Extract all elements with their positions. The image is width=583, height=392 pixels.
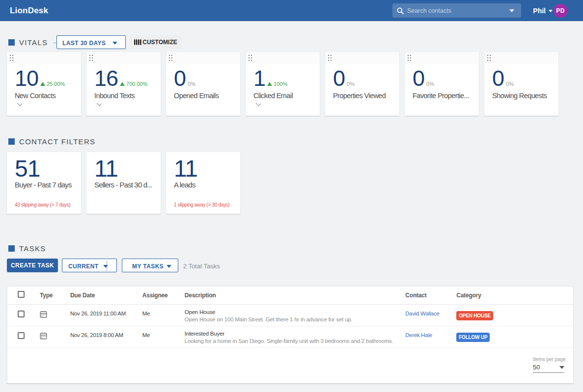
vital-value: 0: [333, 67, 345, 89]
filter-label: Buyer - Past 7 days: [15, 181, 81, 189]
vital-label: Properties Viewed: [333, 92, 399, 100]
card-header-strip: [7, 52, 81, 64]
user-menu-caret-icon: [549, 10, 553, 12]
task-owner-dropdown[interactable]: MY TASKS: [122, 259, 178, 272]
vital-label: Opened Emails: [174, 92, 240, 100]
column-header-type[interactable]: Type: [40, 287, 70, 299]
vitals-title: VITALS: [19, 38, 48, 47]
trend-up-icon: [267, 82, 272, 86]
vital-value: 16: [94, 67, 118, 89]
tasks-section-header: TASKS: [8, 244, 46, 253]
task-status-dropdown[interactable]: CURRENT: [62, 259, 117, 272]
contact-filter-card-0[interactable]: 51Buyer - Past 7 days43 slipping away (>…: [7, 152, 81, 214]
calendar-icon: [40, 335, 47, 340]
user-name: Phil: [533, 7, 546, 15]
column-header-category[interactable]: Category: [456, 287, 573, 299]
contact-filters-section-header: CONTACT FILTERS: [8, 137, 95, 146]
chevron-down-icon: [112, 42, 117, 45]
chevron-down-icon[interactable]: [97, 101, 102, 106]
date-range-dropdown[interactable]: LAST 30 DAYS: [56, 35, 126, 49]
card-header-strip: [405, 52, 479, 64]
items-per-page-value: 50: [533, 364, 540, 371]
avatar[interactable]: PD: [554, 4, 567, 18]
create-task-button[interactable]: CREATE TASK: [7, 259, 58, 272]
search-placeholder: Search contacts: [407, 7, 509, 14]
contact-link[interactable]: Derek Hale: [405, 332, 432, 338]
vital-delta: 25.00%: [47, 81, 65, 87]
task-row-1: Nov 26, 2019 8:00 AMMeInterested BuyerLo…: [7, 326, 573, 348]
contact-filter-card-1[interactable]: 11Sellers - Past 30 d...: [86, 152, 161, 214]
task-owner-label: MY TASKS: [132, 263, 164, 270]
task-status-label: CURRENT: [68, 263, 98, 270]
vital-value: 0: [174, 67, 186, 89]
drag-handle-icon[interactable]: [249, 55, 252, 61]
select-all-checkbox[interactable]: [18, 291, 25, 298]
liondesk-logo[interactable]: LionDesk: [10, 6, 48, 16]
search-dropdown-caret-icon[interactable]: [509, 9, 514, 12]
task-due-date: Nov 26, 2019 11:00 AM: [70, 305, 142, 316]
customize-label: CUSTOMIZE: [142, 39, 177, 46]
category-badge[interactable]: FOLLOW UP: [456, 333, 490, 342]
search-icon: [397, 7, 404, 14]
tasks-title: TASKS: [19, 244, 46, 253]
filter-count: 11: [174, 157, 197, 181]
vital-card-5: 00%Favorite Propertie...: [405, 52, 479, 116]
card-header-strip: [246, 52, 320, 64]
row-checkbox[interactable]: [18, 311, 25, 317]
column-header-description[interactable]: Description: [185, 287, 406, 299]
trend-up-icon: [120, 82, 125, 86]
vitals-card-row: 1025.00%New Contacts16700.00%Inbound Tex…: [7, 52, 564, 116]
section-square-icon: [8, 39, 15, 46]
user-menu[interactable]: Phil: [533, 0, 553, 21]
filter-count: 51: [15, 157, 40, 181]
column-header-contact[interactable]: Contact: [405, 287, 456, 299]
tasks-table: Type Due Date Assignee Description Conta…: [7, 286, 574, 384]
vital-card-3: 1100%Clicked Email: [246, 52, 320, 116]
chevron-down-icon: [559, 366, 564, 369]
category-badge[interactable]: OPEN HOUSE: [456, 311, 493, 320]
drag-handle-icon[interactable]: [89, 55, 93, 61]
items-per-page-label: Items per page: [533, 357, 564, 362]
vital-label: Favorite Propertie...: [413, 92, 479, 100]
task-title: Open House: [185, 309, 406, 315]
items-per-page-select[interactable]: 50: [533, 364, 564, 373]
vital-card-1: 16700.00%Inbound Texts: [86, 52, 161, 116]
column-header-due-date[interactable]: Due Date: [70, 287, 142, 299]
contact-link[interactable]: David Wallace: [405, 311, 439, 316]
chevron-down-icon: [103, 265, 108, 268]
card-header-strip: [325, 52, 399, 64]
chevron-down-icon: [167, 265, 171, 268]
table-header-row: Type Due Date Assignee Description Conta…: [7, 287, 573, 305]
drag-handle-icon[interactable]: [10, 55, 13, 61]
slipping-away-warning: 43 slipping away (> 7 days): [15, 202, 70, 208]
chevron-down-icon[interactable]: [256, 101, 261, 106]
column-header-assignee[interactable]: Assignee: [142, 287, 185, 299]
vital-delta: 0%: [426, 81, 434, 87]
vital-delta: 700.00%: [126, 81, 147, 87]
vitals-section-header: VITALS – LAST 30 DAYS CUSTOMIZE: [8, 35, 205, 49]
drag-handle-icon[interactable]: [169, 55, 172, 61]
contact-filters-card-row: 51Buyer - Past 7 days43 slipping away (>…: [7, 152, 246, 214]
filter-label: Sellers - Past 30 d...: [94, 181, 161, 189]
customize-button[interactable]: CUSTOMIZE: [130, 35, 182, 49]
chevron-down-icon[interactable]: [17, 101, 22, 106]
drag-handle-icon[interactable]: [408, 55, 411, 61]
contact-filters-title: CONTACT FILTERS: [19, 137, 95, 146]
trend-up-icon: [40, 82, 45, 86]
drag-handle-icon[interactable]: [487, 55, 491, 61]
vital-card-4: 00%Properties Viewed: [325, 52, 399, 116]
task-detail: Open House on 100 Main Street. Get there…: [185, 316, 406, 322]
contact-filter-card-2[interactable]: 11A leads1 slipping away (> 30 days): [166, 152, 240, 214]
vital-label: Inbound Texts: [94, 92, 161, 100]
vital-delta: 0%: [188, 81, 195, 87]
search-input[interactable]: Search contacts: [392, 3, 521, 18]
slipping-away-warning: 1 slipping away (> 30 days): [174, 202, 229, 208]
row-checkbox[interactable]: [18, 332, 25, 339]
task-assignee: Me: [142, 305, 185, 316]
vital-card-6: 00%Showing Requests: [484, 52, 558, 116]
drag-handle-icon[interactable]: [328, 55, 332, 61]
vital-value: 10: [15, 67, 38, 89]
card-header-strip: [166, 52, 240, 64]
vital-label: New Contacts: [15, 92, 81, 100]
filter-label: A leads: [174, 181, 240, 189]
